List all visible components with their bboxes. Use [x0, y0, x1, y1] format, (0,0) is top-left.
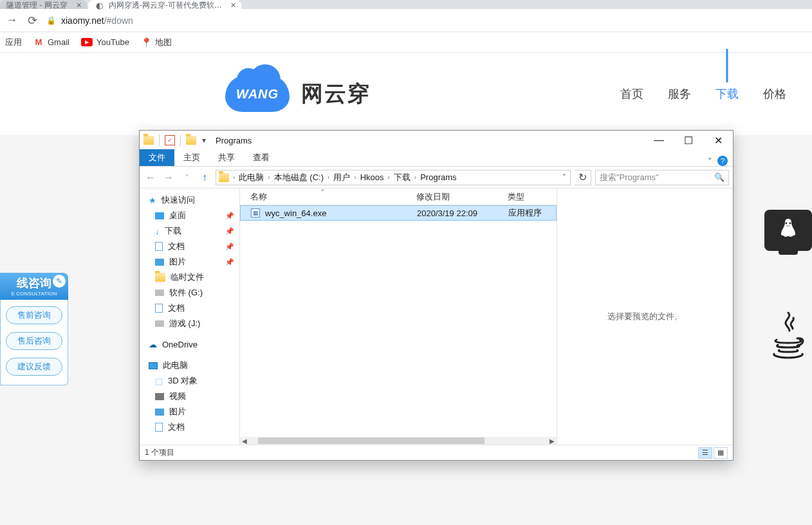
- lock-icon: 🔒: [46, 16, 56, 25]
- site-logo[interactable]: WANG 网云穿: [225, 76, 371, 112]
- java-icon[interactable]: [769, 309, 807, 363]
- maximize-button[interactable]: ☐: [674, 131, 703, 150]
- ribbon-tab-file[interactable]: 文件: [140, 149, 174, 166]
- qat-folder-icon[interactable]: [186, 136, 196, 145]
- bookmarks-bar: 应用 MGmail ▶YouTube 📍地图: [0, 32, 812, 53]
- sidebar-thispc[interactable]: 此电脑: [140, 358, 239, 373]
- sidebar-3d-objects[interactable]: ⬚3D 对象: [140, 373, 239, 389]
- nav-home[interactable]: 首页: [620, 84, 643, 104]
- sidebar-videos[interactable]: 视频: [140, 389, 239, 404]
- forward-icon[interactable]: →: [5, 14, 18, 27]
- consult-widget: 线咨询 E CONSULTATION ✎ 售前咨询 售后咨询 建议反馈: [0, 273, 68, 385]
- ribbon-tab-home[interactable]: 主页: [174, 149, 209, 166]
- minimize-button[interactable]: —: [644, 131, 674, 150]
- sidebar-desktop[interactable]: 桌面📌: [140, 208, 239, 223]
- file-name: wyc_win_64.exe: [265, 208, 326, 218]
- bookmark-youtube[interactable]: ▶YouTube: [81, 37, 129, 47]
- sidebar-temp[interactable]: 临时文件: [140, 270, 239, 285]
- chevron-right-icon[interactable]: ›: [268, 174, 270, 181]
- view-icons-button[interactable]: ▦: [714, 447, 728, 459]
- search-icon: 🔍: [714, 172, 724, 182]
- url-box[interactable]: 🔒 xiaomy.net/#down: [46, 15, 133, 26]
- close-button[interactable]: ✕: [703, 131, 733, 150]
- search-input[interactable]: 搜索"Programs" 🔍: [595, 170, 729, 185]
- column-date[interactable]: 修改日期: [406, 191, 497, 203]
- ribbon-tab-share[interactable]: 共享: [209, 149, 244, 166]
- sort-asc-icon[interactable]: ˄: [321, 189, 324, 196]
- nav-service[interactable]: 服务: [668, 84, 691, 104]
- close-icon[interactable]: ×: [76, 0, 81, 10]
- scroll-right-icon[interactable]: ▶: [548, 438, 557, 445]
- explorer-statusbar: 1 个项目 ☰ ▦: [140, 445, 733, 460]
- sidebar-onedrive[interactable]: ☁OneDrive: [140, 338, 239, 351]
- folder-icon: [219, 173, 229, 182]
- status-item-count: 1 个项目: [145, 447, 174, 458]
- horizontal-scrollbar[interactable]: ◀ ▶: [240, 437, 557, 445]
- nav-back-icon[interactable]: ←: [143, 172, 158, 183]
- sidebar-pictures[interactable]: 图片📌: [140, 254, 239, 270]
- explorer-content: ˄ 名称 修改日期 类型 ▦wyc_win_64.exe 2020/3/19 2…: [240, 189, 557, 445]
- sidebar-software-g[interactable]: 软件 (G:): [140, 285, 239, 300]
- sidebar-documents-3[interactable]: 文档: [140, 419, 239, 435]
- qat-checkbox-icon[interactable]: ✓: [165, 135, 175, 145]
- ribbon-collapse-icon[interactable]: ˅: [708, 156, 712, 166]
- crumb-programs[interactable]: Programs: [418, 172, 459, 182]
- close-icon[interactable]: ×: [230, 0, 235, 10]
- sidebar-pictures-2[interactable]: 图片: [140, 404, 239, 419]
- view-details-button[interactable]: ☰: [698, 447, 712, 459]
- ribbon-tab-view[interactable]: 查看: [244, 149, 279, 166]
- bookmark-apps[interactable]: 应用: [5, 37, 22, 48]
- nav-price[interactable]: 价格: [763, 84, 786, 104]
- consult-aftersales-button[interactable]: 售后咨询: [6, 332, 62, 350]
- sidebar-documents[interactable]: 文档📌: [140, 239, 239, 254]
- reload-icon[interactable]: ⟳: [26, 14, 39, 28]
- crumb-downloads[interactable]: 下载: [391, 172, 413, 183]
- file-list-header: ˄ 名称 修改日期 类型: [240, 189, 557, 205]
- nav-up-icon[interactable]: ↑: [198, 172, 212, 183]
- folder-icon: [143, 136, 154, 145]
- browser-tab-1[interactable]: 隧道管理 - 网云穿 ×: [0, 0, 87, 9]
- scrollbar-thumb[interactable]: [258, 438, 484, 444]
- nav-download[interactable]: 下载: [715, 84, 739, 104]
- sidebar-downloads[interactable]: ↓下载📌: [140, 223, 239, 239]
- sidebar-games-j[interactable]: 游戏 (J:): [140, 316, 239, 331]
- search-placeholder: 搜索"Programs": [600, 172, 659, 183]
- chevron-right-icon[interactable]: ›: [354, 174, 356, 181]
- bookmark-maps[interactable]: 📍地图: [141, 37, 172, 48]
- browser-address-bar: → ⟳ 🔒 xiaomy.net/#down: [0, 9, 812, 32]
- chevron-right-icon[interactable]: ›: [233, 174, 235, 181]
- refresh-button[interactable]: ↻: [575, 170, 591, 185]
- sidebar-quick-access[interactable]: ★快速访问: [140, 192, 239, 208]
- crumb-thispc[interactable]: 此电脑: [236, 172, 266, 183]
- sidebar-documents-2[interactable]: 文档: [140, 300, 239, 316]
- nav-recent-icon[interactable]: ˅: [180, 174, 194, 181]
- consult-presales-button[interactable]: 售前咨询: [6, 306, 62, 324]
- consult-feedback-button[interactable]: 建议反馈: [6, 358, 62, 376]
- crumb-drive-c[interactable]: 本地磁盘 (C:): [272, 172, 326, 183]
- breadcrumb[interactable]: › 此电脑› 本地磁盘 (C:)› 用户› Hkoos› 下载› Program…: [216, 170, 571, 185]
- chevron-right-icon[interactable]: ›: [328, 174, 329, 181]
- cube-icon: ⬚: [155, 376, 163, 386]
- gmail-icon: M: [33, 37, 44, 48]
- path-dropdown-icon[interactable]: ˅: [558, 173, 570, 181]
- linux-icon[interactable]: [764, 210, 812, 251]
- explorer-address-row: ← → ˅ ↑ › 此电脑› 本地磁盘 (C:)› 用户› Hkoos› 下载›…: [140, 167, 733, 189]
- help-icon[interactable]: ?: [717, 156, 728, 166]
- crumb-hkoos[interactable]: Hkoos: [358, 172, 387, 182]
- bookmark-gmail[interactable]: MGmail: [33, 37, 69, 48]
- crumb-users[interactable]: 用户: [331, 172, 353, 183]
- preview-pane: 选择要预览的文件。: [557, 189, 733, 445]
- chevron-right-icon[interactable]: ›: [388, 174, 390, 181]
- explorer-title: Programs: [216, 136, 252, 145]
- explorer-titlebar[interactable]: ✓ ▾ Programs — ☐ ✕: [140, 131, 733, 150]
- browser-tab-2[interactable]: ◐ 内网穿透-网云穿-可替代免费软… ×: [88, 0, 241, 9]
- file-row[interactable]: ▦wyc_win_64.exe 2020/3/19 22:09 应用程序: [240, 205, 557, 221]
- chevron-right-icon[interactable]: ›: [414, 174, 416, 181]
- scroll-left-icon[interactable]: ◀: [240, 438, 249, 445]
- column-type[interactable]: 类型: [497, 191, 549, 203]
- logo-cloud-icon: WANG: [225, 76, 290, 112]
- star-icon: ★: [149, 196, 156, 205]
- qat-dropdown-icon[interactable]: ▾: [199, 135, 209, 145]
- explorer-sidebar: ★快速访问 桌面📌 ↓下载📌 文档📌 图片📌 临时文件 软件 (G:) 文档 游…: [140, 189, 240, 445]
- file-type: 应用程序: [498, 207, 549, 219]
